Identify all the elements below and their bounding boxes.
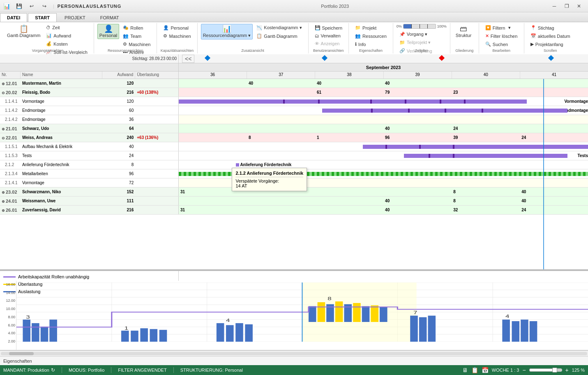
y-labels: 16.00 14.00 12.00 10.00 8.00 6.00 4.00 2… — [0, 281, 16, 350]
zoom-thumb[interactable] — [552, 368, 557, 373]
chart-area: Arbeitskapazität Rollen unabhängig Überl… — [0, 270, 588, 350]
expand-12-01[interactable]: ⊕ — [2, 82, 5, 86]
row-anlieferung: 2.1.2 Anlieferung Fördertechnik 8 Anlief… — [0, 160, 588, 169]
expand-23-02[interactable]: ⊕ — [2, 190, 5, 194]
close-button[interactable]: ✕ — [573, 2, 585, 10]
diamond-marker-4 — [548, 55, 554, 61]
svg-rect-20 — [131, 331, 138, 342]
btn-stichtag[interactable]: 📍Stichtag — [528, 24, 573, 32]
tooltip-title: 2.1.2 Anlieferung Fördertechnik — [235, 171, 303, 177]
btn-kap-maschinen[interactable]: ⚙Maschinen — [160, 32, 194, 40]
stichtag-line — [543, 79, 544, 269]
group-label-bearbeiten: Bearbeiten — [479, 49, 524, 53]
tab-projekt[interactable]: PROJEKT — [58, 13, 92, 22]
scroll-thumb[interactable] — [9, 352, 34, 355]
status-mandant: MANDANT: Produktion ↻ — [3, 367, 55, 373]
expand-22-01[interactable]: ⊖ — [2, 136, 5, 140]
app-wrapper: 📊 💾 ↩ ↪ | PERSONALAUSLASTUNG Portfolio 2… — [0, 0, 588, 375]
refresh-icon[interactable]: ↻ — [51, 367, 55, 373]
tab-datei[interactable]: DATEI — [0, 13, 27, 22]
btn-aufwand[interactable]: 📊Aufwand — [43, 32, 90, 39]
btn-info[interactable]: ℹInfo — [352, 40, 390, 48]
legend-kapazitaet: Arbeitskapazität Rollen unabhängig — [3, 274, 89, 279]
btn-verwalten[interactable]: 🗂Verwalten — [312, 32, 346, 39]
tab-start[interactable]: START — [28, 13, 57, 22]
btn-gantt-zusatz[interactable]: 📋Gantt-Diagramm — [254, 32, 304, 40]
status-icon-2[interactable]: 📋 — [471, 367, 478, 373]
svg-rect-28 — [309, 306, 316, 322]
week-41: 41 — [520, 72, 588, 79]
btn-maschinen[interactable]: ⚙Maschinen — [120, 40, 153, 48]
btn-filter-loeschen[interactable]: ✕Filter löschen — [482, 32, 520, 40]
nav-prev[interactable]: << — [182, 55, 194, 63]
zoom-out-button[interactable]: − — [522, 367, 526, 373]
chart-y-axis: Arbeitskapazität Rollen unabhängig Überl… — [0, 271, 179, 281]
btn-kosten[interactable]: 💰Kosten — [43, 40, 90, 48]
group-gliederung: 🗃 Struktur Gliederung — [450, 23, 479, 53]
group-label-eigenschaften: Eigenschaften — [349, 49, 393, 53]
undo-button[interactable]: ↩ — [26, 2, 37, 10]
btn-vorgang[interactable]: 📌Vorgang ▾ — [397, 30, 447, 38]
zoom-level: 125 % — [572, 368, 585, 373]
svg-rect-43 — [530, 321, 537, 342]
expand-20-02[interactable]: ⊖ — [2, 91, 5, 95]
btn-struktur[interactable]: 🗃 Struktur — [454, 24, 474, 39]
save-button[interactable]: 💾 — [13, 2, 25, 10]
btn-kap-personal[interactable]: 👤Personal — [160, 24, 194, 32]
svg-text:3: 3 — [26, 315, 30, 320]
btn-rollen[interactable]: 🎭Rollen — [120, 24, 153, 32]
expand-21-01[interactable]: ⊕ — [2, 127, 5, 131]
svg-rect-38 — [419, 317, 427, 342]
btn-suchen[interactable]: 🔍Suchen — [482, 40, 520, 48]
svg-rect-23 — [159, 330, 167, 342]
btn-anzeigen[interactable]: 👁Anzeigen — [312, 40, 346, 47]
restore-button[interactable]: ❐ — [561, 2, 572, 10]
svg-rect-17 — [41, 327, 48, 342]
btn-speichern[interactable]: 💾Speichern — [312, 24, 346, 32]
btn-aktuelles-datum[interactable]: 📅aktuelles Datum — [528, 32, 573, 40]
btn-zeit[interactable]: ⏱Zeit — [43, 24, 90, 31]
label-anlieferung: Anlieferung Fördertechnik — [240, 162, 291, 167]
status-icon-1[interactable]: 🖥 — [462, 367, 468, 373]
svg-rect-31 — [335, 301, 343, 322]
btn-personal[interactable]: 👤 Personal — [97, 24, 119, 39]
btn-teilprojekt[interactable]: 📁Teilprojekt ▾ — [397, 39, 447, 46]
status-woche: WOCHE 1 : 3 — [492, 368, 519, 373]
app-title: PERSONALAUSLASTUNG — [58, 4, 122, 9]
svg-rect-15 — [23, 319, 30, 342]
row-aufbau-mech: 1.1.5.1 Aufbau Mechanik & Elektrik 40 Au… — [0, 142, 588, 151]
minimize-button[interactable]: ─ — [549, 2, 560, 10]
svg-rect-27 — [245, 324, 253, 342]
svg-text:4: 4 — [505, 314, 510, 319]
marker-anlieferung — [236, 163, 239, 167]
svg-rect-16 — [32, 323, 39, 342]
row-schwarz: ⊕21.01 Schwarz, Udo 64 40 24 — [0, 124, 588, 133]
svg-rect-40 — [502, 319, 510, 342]
btn-projekt[interactable]: 📁Projekt — [352, 24, 390, 32]
h-scrollbar[interactable] — [0, 350, 588, 356]
zoom-slider[interactable] — [529, 368, 562, 372]
scroll-track[interactable] — [1, 352, 587, 355]
portfolio-title: Portfolio 2023 — [121, 4, 549, 9]
btn-gantt-diagramm[interactable]: 📋 Gantt-Diagramm — [5, 24, 42, 39]
svg-rect-36 — [380, 307, 387, 322]
btn-team[interactable]: 👥Team — [120, 32, 153, 40]
status-icon-3[interactable]: 📅 — [482, 367, 489, 373]
btn-filtern[interactable]: 🔽Filtern▾ — [482, 24, 520, 32]
btn-kostendiagramm[interactable]: 📉Kostendiagramm ▾ — [254, 24, 304, 32]
svg-rect-41 — [512, 321, 520, 342]
svg-rect-22 — [150, 329, 158, 342]
btn-ressourcen[interactable]: 👥Ressourcen — [352, 32, 390, 40]
expand-24-01[interactable]: ⊕ — [2, 199, 5, 204]
expand-26-01[interactable]: ⊕ — [2, 208, 5, 213]
btn-ressourcendiagramm[interactable]: 📊 Ressourcendiagramm ▾ — [201, 24, 253, 39]
svg-text:7: 7 — [413, 310, 417, 315]
group-benutzeransichten: 💾Speichern 🗂Verwalten 👁Anzeigen Benutzer… — [309, 23, 349, 53]
row-tests: 1.1.5.3 Tests 24 Tests — [0, 151, 588, 160]
redo-button[interactable]: ↪ — [39, 2, 50, 10]
zoom-in-button[interactable]: + — [565, 367, 569, 373]
btn-projektanfang[interactable]: ▶Projektanfang — [528, 40, 573, 48]
svg-rect-33 — [353, 303, 361, 322]
tab-format[interactable]: FORMAT — [93, 13, 126, 22]
row-endmontage-2142: 2.1.4.2 Endmontage 36 — [0, 115, 588, 124]
